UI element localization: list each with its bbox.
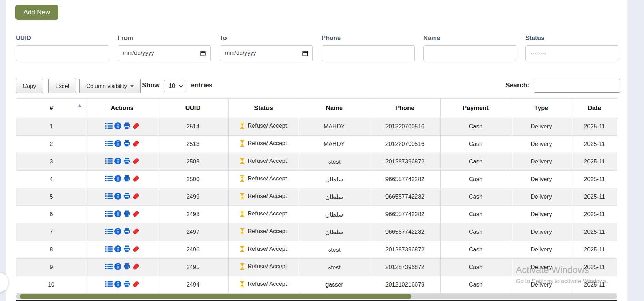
uuid-filter: UUID: [16, 34, 109, 61]
info-icon[interactable]: [114, 210, 122, 218]
column-visibility-button[interactable]: Column visibility: [79, 79, 141, 93]
name-cell: سلطان: [299, 188, 370, 206]
calendar-icon[interactable]: [200, 50, 206, 56]
status-cell: Refuse/ Accept: [228, 153, 299, 171]
info-icon[interactable]: [114, 122, 122, 130]
col-payment-header[interactable]: Payment: [440, 99, 511, 118]
cell-value: 2025-11: [584, 229, 605, 235]
print-icon[interactable]: [123, 140, 131, 147]
col-date-header[interactable]: Date: [572, 99, 617, 118]
info-icon[interactable]: [114, 228, 122, 235]
add-new-button[interactable]: Add New: [15, 5, 58, 20]
list-icon[interactable]: [105, 245, 113, 253]
cell-value: سلطان: [325, 229, 343, 235]
phone-filter-input[interactable]: [322, 45, 415, 61]
col-phone-header[interactable]: Phone: [370, 99, 440, 118]
list-icon[interactable]: [105, 280, 113, 288]
info-icon[interactable]: [114, 157, 122, 165]
print-icon[interactable]: [123, 122, 131, 130]
eraser-icon[interactable]: [132, 245, 140, 253]
horizontal-scrollbar-thumb[interactable]: [20, 294, 411, 299]
print-icon[interactable]: [123, 280, 131, 288]
cell-value: 4: [50, 176, 53, 182]
col-uuid-header[interactable]: UUID: [158, 99, 228, 118]
type-cell: Delivery: [511, 241, 572, 259]
copy-button[interactable]: Copy: [16, 79, 43, 93]
calendar-icon[interactable]: [302, 50, 308, 56]
cell-value: 201287396872: [385, 158, 424, 165]
hourglass-icon: [240, 158, 244, 164]
col-number-header[interactable]: #: [16, 99, 87, 118]
cell-value: 2025-11: [584, 211, 605, 218]
cell-value: Delivery: [531, 281, 552, 288]
payment-cell: Cash: [440, 188, 511, 206]
cell-value: Cash: [469, 211, 483, 218]
print-icon[interactable]: [123, 263, 131, 270]
col-type-header[interactable]: Type: [511, 99, 572, 118]
from-date-input[interactable]: [118, 45, 211, 61]
print-icon[interactable]: [123, 228, 131, 235]
print-icon[interactable]: [123, 245, 131, 253]
eraser-icon[interactable]: [132, 228, 140, 235]
hourglass-icon: [240, 193, 244, 199]
list-icon[interactable]: [105, 228, 113, 235]
list-icon[interactable]: [105, 157, 113, 165]
status-select[interactable]: --------: [525, 45, 618, 61]
col-header-label: #: [50, 104, 53, 111]
eraser-icon[interactable]: [132, 122, 140, 130]
eraser-icon[interactable]: [132, 210, 140, 218]
colvis-button-label: Column visibility: [86, 83, 127, 89]
row-number-cell: 3: [16, 153, 87, 171]
actions-cell: [87, 171, 158, 188]
date-cell: 2025-11: [572, 259, 617, 276]
list-icon[interactable]: [105, 192, 113, 200]
eraser-icon[interactable]: [132, 175, 140, 182]
cell-value: 966557742282: [385, 229, 424, 235]
name-filter-input[interactable]: [423, 45, 516, 61]
status-text: Refuse/ Accept: [248, 228, 287, 235]
hourglass-icon: [240, 263, 244, 270]
actions-cell: [87, 206, 158, 223]
horizontal-scrollbar-track[interactable]: [16, 294, 617, 299]
print-icon[interactable]: [123, 192, 131, 200]
col-name-header[interactable]: Name: [299, 99, 370, 118]
payment-cell: Cash: [440, 136, 511, 153]
print-icon[interactable]: [123, 157, 131, 165]
info-icon[interactable]: [114, 245, 122, 253]
info-icon[interactable]: [114, 280, 122, 288]
col-actions-header[interactable]: Actions: [87, 99, 158, 118]
search-input[interactable]: [534, 79, 620, 93]
cell-value: 7: [50, 229, 53, 235]
list-icon[interactable]: [105, 263, 113, 270]
info-icon[interactable]: [114, 263, 122, 270]
excel-button[interactable]: Excel: [48, 79, 76, 93]
status-text: Refuse/ Accept: [248, 140, 287, 147]
info-icon[interactable]: [114, 192, 122, 200]
print-icon[interactable]: [123, 175, 131, 182]
date-cell: 2025-11: [572, 136, 617, 153]
eraser-icon[interactable]: [132, 157, 140, 165]
page-size-select[interactable]: 10: [164, 80, 185, 92]
print-icon[interactable]: [123, 210, 131, 218]
eraser-icon[interactable]: [132, 263, 140, 270]
col-header-label: Type: [534, 104, 549, 111]
col-status-header[interactable]: Status: [228, 99, 299, 118]
actions-cell: [87, 136, 158, 153]
list-icon[interactable]: [105, 175, 113, 182]
date-cell: 2025-11: [572, 206, 617, 223]
info-icon[interactable]: [114, 140, 122, 147]
to-date-input[interactable]: [220, 45, 313, 61]
table-row: 9: [16, 259, 617, 276]
list-icon[interactable]: [105, 140, 113, 147]
list-icon[interactable]: [105, 122, 113, 130]
eraser-icon[interactable]: [132, 280, 140, 288]
eraser-icon[interactable]: [132, 140, 140, 147]
cell-value: 2499: [187, 193, 200, 200]
eraser-icon[interactable]: [132, 192, 140, 200]
actions-cell: [87, 241, 158, 259]
info-icon[interactable]: [114, 175, 122, 182]
uuid-filter-input[interactable]: [16, 45, 109, 61]
phone-cell: 201287396872: [370, 259, 440, 276]
col-header-label: Actions: [111, 104, 133, 111]
list-icon[interactable]: [105, 210, 113, 218]
